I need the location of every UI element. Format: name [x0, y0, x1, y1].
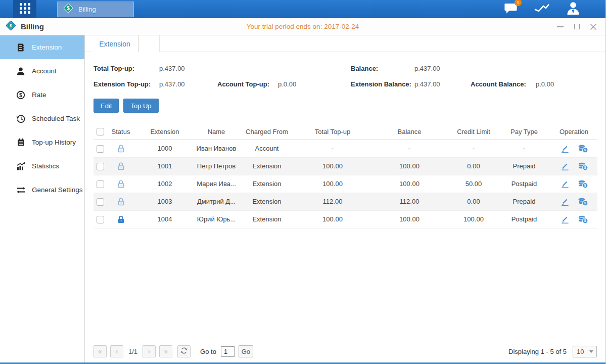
- svg-text:$: $: [584, 166, 586, 170]
- next-page-button[interactable]: ›: [143, 345, 156, 357]
- cell-extension: 1001: [135, 157, 195, 175]
- cell-pay-type: Postpaid: [498, 175, 550, 193]
- lock-closed-icon[interactable]: [117, 215, 125, 224]
- sidebar-item-label: Scheduled Task: [32, 115, 80, 122]
- maximize-button[interactable]: [573, 23, 581, 31]
- extension-topup-value: p.437.00: [159, 80, 217, 88]
- edit-row-icon[interactable]: [560, 215, 570, 224]
- total-topup-value: p.437.00: [159, 65, 217, 72]
- trial-notice: Your trial period ends on: 2017-02-24: [0, 23, 605, 30]
- cell-pay-type: Prepaid: [498, 193, 550, 210]
- cell-total-topup: 100.00: [296, 175, 369, 193]
- edit-button[interactable]: Edit: [94, 99, 119, 113]
- cell-charged-from: Extension: [238, 157, 296, 175]
- sidebar-item-general-settings[interactable]: General Settings: [0, 178, 84, 202]
- row-checkbox[interactable]: [97, 198, 104, 206]
- page-title: Billing: [21, 22, 44, 31]
- cell-credit-limit: 100.00: [449, 210, 498, 228]
- sidebar-item-scheduled-task[interactable]: Scheduled Task: [0, 107, 84, 130]
- row-checkbox[interactable]: [97, 216, 104, 223]
- account-topup-value: p.0.00: [278, 80, 351, 88]
- top-up-row-icon[interactable]: $: [578, 215, 588, 224]
- goto-page-input[interactable]: [221, 346, 235, 357]
- col-operation: Operation: [550, 124, 597, 140]
- cell-pay-type: -: [498, 140, 550, 157]
- cell-charged-from: Extension: [238, 193, 296, 210]
- top-up-row-icon[interactable]: $: [578, 197, 588, 206]
- lock-open-icon[interactable]: [117, 162, 125, 171]
- sidebar-item-extension[interactable]: Extension: [0, 35, 84, 59]
- tab-extension[interactable]: Extension: [91, 35, 139, 52]
- cell-balance: 100.00: [369, 157, 449, 175]
- cell-name: Дмитрий Д...: [195, 193, 238, 210]
- close-button[interactable]: [589, 23, 597, 31]
- cell-name: Мария Ива...: [195, 175, 238, 193]
- balance-value: p.437.00: [414, 65, 471, 72]
- lock-open-icon[interactable]: [117, 179, 125, 189]
- cell-extension: 1003: [135, 193, 195, 210]
- cell-credit-limit: 50.00: [449, 175, 498, 193]
- lock-open-icon[interactable]: [117, 197, 125, 206]
- displaying-info: Displaying 1 - 5 of 5: [508, 348, 567, 355]
- cell-pay-type: Postpaid: [498, 210, 550, 228]
- table-row: 1002 Мария Ива... Extension 100.00 100.0…: [94, 175, 597, 193]
- sidebar-item-rate[interactable]: $ Rate: [0, 83, 84, 107]
- svg-text:$: $: [67, 6, 70, 11]
- cell-name: Петр Петров: [195, 157, 238, 175]
- svg-text:$: $: [584, 184, 586, 188]
- system-topbar: $ Billing !: [0, 0, 605, 18]
- line-chart-icon: [534, 3, 550, 16]
- extension-balance-label: Extension Balance:: [351, 80, 414, 88]
- sidebar-item-topup-history[interactable]: Top-up History: [0, 130, 84, 154]
- go-button[interactable]: Go: [239, 345, 253, 357]
- top-up-row-icon[interactable]: $: [578, 162, 588, 171]
- app-grid-button[interactable]: [13, 0, 36, 18]
- minimize-button[interactable]: [556, 23, 564, 31]
- scheduled-task-icon: [15, 114, 26, 123]
- user-account-button[interactable]: [566, 2, 580, 17]
- topup-history-icon: [15, 138, 26, 147]
- rate-icon: $: [15, 90, 26, 100]
- prev-page-button[interactable]: ‹: [110, 345, 123, 357]
- edit-row-icon[interactable]: [560, 197, 570, 206]
- billing-app-icon: $: [5, 20, 17, 33]
- pagination-bar: « ‹ 1/1 › » Go to: [85, 345, 605, 362]
- sidebar-item-label: General Settings: [32, 186, 83, 194]
- chevron-down-icon: [589, 350, 593, 353]
- row-checkbox[interactable]: [97, 180, 104, 188]
- lock-open-icon[interactable]: [117, 144, 125, 153]
- messages-button[interactable]: !: [504, 3, 518, 16]
- row-checkbox[interactable]: [97, 163, 104, 170]
- cell-charged-from: Extension: [238, 210, 296, 228]
- sidebar-item-account[interactable]: Account: [0, 59, 84, 83]
- col-name: Name: [195, 124, 238, 140]
- cell-total-topup: 112.00: [296, 193, 369, 210]
- tab-strip: Extension: [85, 35, 605, 52]
- topbar-billing-tab[interactable]: $ Billing: [57, 2, 134, 17]
- select-all-checkbox[interactable]: [97, 128, 104, 135]
- extensions-table: Status Extension Name Charged From Total…: [94, 124, 597, 229]
- page-size-dropdown[interactable]: 10: [573, 346, 597, 357]
- cell-name: Юрий Юрь...: [195, 210, 238, 228]
- account-balance-label: Account Balance:: [471, 80, 536, 88]
- first-page-button[interactable]: «: [94, 345, 107, 357]
- edit-row-icon[interactable]: [560, 179, 570, 189]
- col-pay-type: Pay Type: [498, 124, 550, 140]
- top-up-row-icon[interactable]: $: [578, 144, 588, 153]
- col-extension: Extension: [135, 124, 195, 140]
- account-icon: [15, 67, 26, 76]
- last-page-button[interactable]: »: [159, 345, 172, 357]
- row-checkbox[interactable]: [97, 145, 104, 153]
- cell-balance: 112.00: [369, 193, 449, 210]
- top-up-row-icon[interactable]: $: [578, 179, 588, 189]
- main-panel: Extension Total Top-up: p.437.00 Balance…: [85, 35, 605, 362]
- edit-row-icon[interactable]: [560, 144, 570, 153]
- statistics-topbar-button[interactable]: [534, 3, 550, 16]
- refresh-button[interactable]: [177, 345, 191, 357]
- edit-row-icon[interactable]: [560, 162, 570, 171]
- cell-credit-limit: -: [449, 140, 498, 157]
- cell-balance: 100.00: [369, 210, 449, 228]
- col-status: Status: [107, 124, 135, 140]
- top-up-button[interactable]: Top Up: [123, 99, 158, 113]
- sidebar-item-statistics[interactable]: Statistics: [0, 154, 84, 178]
